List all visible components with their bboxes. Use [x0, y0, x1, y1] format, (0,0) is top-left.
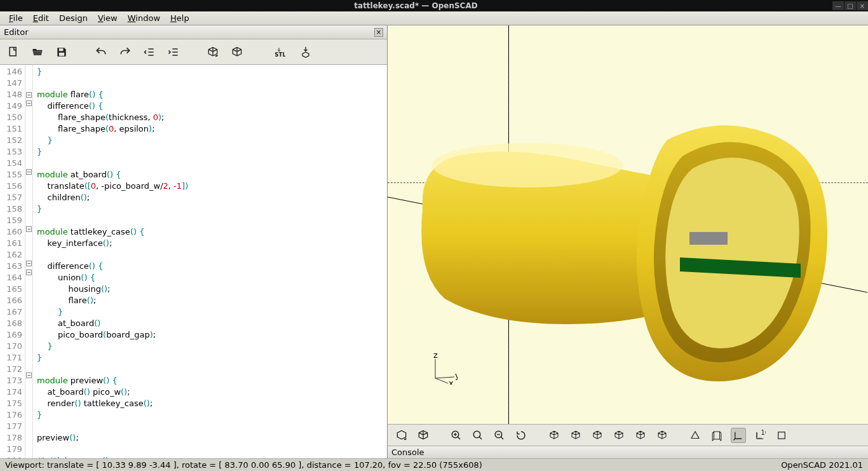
menu-view[interactable]: View — [93, 12, 123, 24]
axis-gizmo: z y x — [426, 353, 458, 386]
menu-window[interactable]: Window — [123, 12, 165, 24]
svg-rect-0 — [10, 47, 16, 55]
3d-viewport[interactable]: z y x — [388, 25, 868, 424]
svg-line-11 — [435, 378, 448, 383]
vt-view-right-button[interactable] — [546, 428, 562, 443]
open-file-button[interactable] — [31, 45, 44, 59]
editor-toolbar: STL — [0, 39, 387, 65]
window-title: tattlekey.scad* — OpenSCAD — [0, 1, 832, 10]
vt-view-back-button[interactable] — [654, 428, 670, 443]
vt-show-scale-button[interactable]: 10 — [752, 428, 768, 443]
window-close-button[interactable]: × — [857, 1, 868, 10]
vt-perspective-button[interactable] — [688, 428, 703, 443]
vt-render-button[interactable] — [416, 428, 431, 443]
window-minimize-button[interactable]: — — [832, 1, 844, 10]
redo-button[interactable] — [118, 45, 132, 59]
vt-view-top-button[interactable] — [568, 428, 583, 443]
vt-orthographic-button[interactable] — [709, 428, 724, 443]
code-text[interactable]: } module flare() { difference() { flare_… — [33, 65, 387, 458]
console-header-label: Console — [391, 447, 424, 457]
window-maximize-button[interactable]: □ — [844, 1, 856, 10]
viewer-toolbar: 10 — [388, 424, 868, 446]
indent-button[interactable] — [166, 45, 180, 59]
svg-point-8 — [432, 143, 623, 188]
render-button[interactable] — [230, 45, 244, 59]
vt-zoom-fit-button[interactable] — [470, 428, 485, 443]
status-version: OpenSCAD 2021.01 — [781, 460, 863, 470]
viewer-pane: z y x 10 — [388, 25, 868, 458]
vt-zoom-in-button[interactable] — [449, 428, 464, 443]
menu-design[interactable]: Design — [54, 12, 93, 24]
vt-view-bottom-button[interactable] — [590, 428, 605, 443]
send-to-printer-button[interactable] — [299, 45, 313, 59]
svg-text:x: x — [449, 378, 454, 385]
vt-view-front-button[interactable] — [633, 428, 648, 443]
svg-rect-1 — [59, 48, 64, 51]
code-editor[interactable]: 1461471481491501511521531541551561571581… — [0, 65, 387, 458]
vt-show-axes-button[interactable] — [731, 428, 746, 443]
editor-pane: Editor × STL 146147148149150151152153154… — [0, 25, 388, 458]
svg-rect-19 — [778, 432, 785, 439]
console-header[interactable]: Console — [388, 446, 868, 458]
preview-button[interactable] — [206, 45, 220, 59]
svg-text:y: y — [455, 371, 458, 380]
editor-header: Editor × — [0, 25, 387, 39]
svg-text:10: 10 — [761, 430, 766, 436]
line-number-gutter: 1461471481491501511521531541551561571581… — [0, 65, 25, 458]
vt-zoom-out-button[interactable] — [492, 428, 507, 443]
svg-text:STL: STL — [275, 51, 285, 57]
menu-file[interactable]: File — [4, 12, 28, 24]
menubar: File Edit Design View Window Help — [0, 11, 868, 25]
status-viewport-info: Viewport: translate = [ 10.33 9.89 -3.44… — [5, 460, 482, 470]
rendered-model — [400, 121, 845, 400]
vt-preview-button[interactable] — [394, 428, 409, 443]
vt-reset-view-button[interactable] — [513, 428, 529, 443]
unindent-button[interactable] — [142, 45, 156, 59]
save-file-button[interactable] — [55, 45, 69, 59]
menu-edit[interactable]: Edit — [28, 12, 54, 24]
undo-button[interactable] — [94, 45, 108, 59]
svg-rect-2 — [59, 52, 64, 55]
window-titlebar: tattlekey.scad* — OpenSCAD — □ × — [0, 0, 868, 11]
export-stl-button[interactable]: STL — [269, 45, 288, 59]
svg-text:z: z — [433, 353, 438, 360]
vt-view-left-button[interactable] — [611, 428, 627, 443]
statusbar: Viewport: translate = [ 10.33 9.89 -3.44… — [0, 458, 868, 471]
menu-help[interactable]: Help — [165, 12, 194, 24]
svg-point-16 — [473, 431, 480, 438]
fold-gutter[interactable]: −−−−−−− — [25, 65, 33, 458]
editor-close-button[interactable]: × — [374, 28, 383, 37]
editor-header-label: Editor — [4, 27, 28, 37]
vt-show-crosshair-button[interactable] — [774, 428, 789, 443]
svg-rect-7 — [689, 232, 728, 245]
new-file-button[interactable] — [6, 45, 20, 59]
